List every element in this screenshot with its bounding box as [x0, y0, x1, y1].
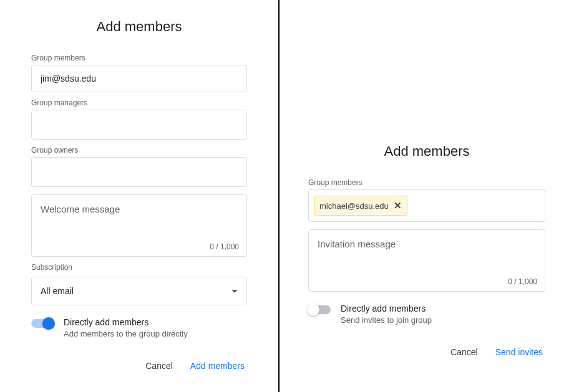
- group-members-input[interactable]: [31, 65, 247, 92]
- welcome-message-placeholder: Welcome message: [41, 204, 120, 214]
- page-title: Add members: [31, 19, 247, 35]
- toggle-title: Directly add members: [64, 317, 188, 329]
- group-members-label: Group members: [308, 178, 545, 187]
- directly-add-toggle[interactable]: [308, 305, 331, 314]
- group-managers-input[interactable]: [31, 110, 247, 140]
- member-chip: michael@sdsu.edu ✕: [314, 196, 407, 216]
- chevron-down-icon: [231, 290, 238, 293]
- action-button-row: Cancel Add members: [31, 356, 247, 376]
- directly-add-toggle-row: Directly add members Add members to the …: [31, 317, 247, 338]
- invitation-message-placeholder: Invitation message: [318, 239, 396, 249]
- cancel-button[interactable]: Cancel: [143, 356, 175, 376]
- add-members-invite-pane: Add members Group members michael@sdsu.e…: [278, 0, 583, 392]
- group-managers-label: Group managers: [31, 98, 247, 107]
- toggle-knob: [42, 317, 55, 330]
- group-members-chip-input[interactable]: michael@sdsu.edu ✕: [308, 189, 545, 222]
- add-members-direct-pane: Add members Group members Group managers…: [0, 0, 278, 392]
- page-title: Add members: [308, 143, 545, 160]
- char-counter: 0 / 1,000: [508, 277, 537, 286]
- group-owners-input[interactable]: [31, 157, 247, 187]
- chip-email: michael@sdsu.edu: [319, 201, 389, 211]
- toggle-subtitle: Send invites to join group: [341, 315, 432, 325]
- send-invites-button[interactable]: Send invites: [493, 342, 545, 362]
- directly-add-toggle-row: Directly add members Send invites to joi…: [308, 303, 545, 325]
- directly-add-toggle[interactable]: [31, 319, 54, 328]
- group-owners-label: Group owners: [31, 146, 247, 155]
- toggle-title: Directly add members: [341, 303, 432, 315]
- action-button-row: Cancel Send invites: [308, 342, 545, 362]
- group-members-label: Group members: [31, 54, 247, 62]
- close-icon[interactable]: ✕: [394, 200, 402, 211]
- char-counter: 0 / 1,000: [210, 242, 239, 251]
- subscription-label: Subscription: [31, 263, 247, 272]
- toggle-subtitle: Add members to the group directly: [64, 329, 188, 338]
- add-members-button[interactable]: Add members: [188, 356, 247, 376]
- cancel-button[interactable]: Cancel: [448, 342, 480, 362]
- invitation-message-textarea[interactable]: Invitation message 0 / 1,000: [308, 229, 545, 292]
- welcome-message-textarea[interactable]: Welcome message 0 / 1,000: [31, 194, 247, 257]
- subscription-value: All email: [41, 286, 74, 296]
- toggle-knob: [307, 304, 319, 316]
- subscription-select[interactable]: All email: [31, 277, 247, 305]
- pane-divider: [278, 0, 280, 392]
